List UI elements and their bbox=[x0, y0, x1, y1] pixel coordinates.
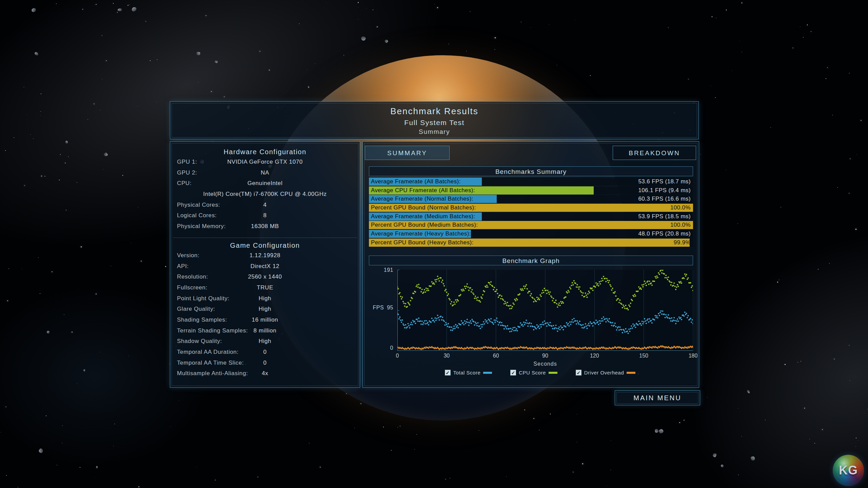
summary-row-value: 100.0% bbox=[670, 204, 691, 212]
config-value: High bbox=[170, 336, 360, 347]
star bbox=[80, 467, 80, 468]
asteroid bbox=[34, 52, 39, 56]
star bbox=[807, 24, 808, 25]
star bbox=[539, 430, 539, 430]
config-row: API:DirectX 12 bbox=[170, 261, 360, 272]
asteroid bbox=[747, 390, 750, 393]
star bbox=[137, 106, 138, 106]
config-row: Fullscreen:TRUE bbox=[170, 282, 360, 293]
star bbox=[531, 27, 531, 28]
config-row: Resolution:868 x 488 bbox=[170, 271, 360, 282]
summary-row: Average Framerate (Heavy Batches):48.0 F… bbox=[369, 230, 693, 238]
star bbox=[41, 176, 42, 177]
star bbox=[809, 439, 810, 440]
star bbox=[495, 37, 495, 38]
config-value: High bbox=[170, 293, 360, 304]
benchmark-screen: Benchmark Results Full System Test Summa… bbox=[0, 0, 868, 488]
tab-breakdown[interactable]: BREAKDOWN bbox=[613, 146, 696, 160]
legend-label: Driver Overhead bbox=[584, 370, 624, 375]
star bbox=[77, 383, 77, 384]
legend-item-total-score: ✓Total Score bbox=[445, 370, 492, 375]
star bbox=[582, 463, 583, 464]
config-row: Intel(R) Core(TM) i7-6700K CPU @ 4.00GHz bbox=[170, 189, 360, 200]
star bbox=[849, 73, 850, 74]
y-axis-label: FPS bbox=[373, 305, 384, 311]
benchmark-results-title: Benchmark Results bbox=[170, 106, 698, 117]
legend-checkbox-total-score[interactable]: ✓ bbox=[445, 370, 451, 375]
asteroid bbox=[384, 39, 389, 44]
star bbox=[450, 478, 450, 479]
star bbox=[40, 111, 41, 112]
star bbox=[343, 55, 344, 56]
y-axis-tick-min: 0 bbox=[369, 345, 393, 351]
star bbox=[557, 65, 557, 65]
star bbox=[779, 280, 780, 280]
asteroid bbox=[713, 453, 717, 458]
star bbox=[259, 51, 260, 52]
star bbox=[100, 352, 100, 352]
star bbox=[309, 443, 309, 443]
star bbox=[24, 87, 24, 87]
benchmark-graph: 191 FPS 95 0 0306090120150180 Seconds ✓T… bbox=[369, 267, 693, 384]
star bbox=[82, 9, 83, 10]
asteroid bbox=[360, 36, 366, 41]
legend-checkbox-driver-overhead[interactable]: ✓ bbox=[576, 370, 581, 375]
star bbox=[684, 420, 684, 421]
star bbox=[811, 31, 811, 32]
legend-item-cpu-score: ✓CPU Score bbox=[510, 370, 557, 375]
star bbox=[549, 24, 549, 25]
config-row: Terrain Shading Samples:8 million bbox=[170, 325, 360, 336]
star bbox=[113, 3, 114, 4]
star bbox=[205, 15, 206, 16]
star bbox=[100, 110, 100, 110]
config-value: Intel(R) Core(TM) i7-6700K CPU @ 4.00GHz bbox=[170, 189, 360, 200]
legend-item-driver-overhead: ✓Driver Overhead bbox=[576, 370, 636, 375]
star bbox=[131, 243, 131, 243]
hardware-config-heading: Hardware Configuration bbox=[170, 147, 360, 157]
star bbox=[198, 82, 198, 82]
star bbox=[827, 67, 828, 68]
star bbox=[530, 49, 531, 49]
config-value: 4x bbox=[170, 368, 360, 379]
star bbox=[792, 47, 793, 48]
x-axis-tick: 60 bbox=[489, 353, 503, 359]
summary-row-value: 48.0 FPS (20.8 ms) bbox=[638, 230, 691, 238]
star bbox=[856, 155, 857, 155]
asteroid bbox=[31, 7, 37, 13]
config-value: 1.12.19928 bbox=[170, 250, 360, 261]
tab-summary[interactable]: SUMMARY bbox=[365, 146, 450, 160]
star bbox=[94, 103, 95, 104]
star bbox=[22, 269, 22, 269]
benchmark-test-name: Full System Test bbox=[170, 119, 698, 127]
config-row: Multisample Anti-Aliasing:4x bbox=[170, 368, 360, 379]
asteroid bbox=[118, 8, 122, 11]
config-row: Logical Cores:8 bbox=[170, 210, 360, 221]
star bbox=[610, 470, 611, 470]
watermark-text: KG bbox=[839, 463, 858, 477]
star bbox=[14, 137, 14, 138]
config-value: GenuineIntel bbox=[170, 178, 360, 189]
star bbox=[354, 428, 355, 428]
config-row: Temporal AA Time Slice:0 bbox=[170, 358, 360, 368]
star bbox=[360, 403, 361, 404]
asteroid bbox=[376, 26, 378, 27]
star bbox=[41, 94, 41, 94]
star bbox=[550, 413, 551, 414]
star bbox=[165, 266, 166, 267]
legend-checkbox-cpu-score[interactable]: ✓ bbox=[510, 370, 516, 375]
star bbox=[668, 27, 669, 28]
star bbox=[145, 21, 146, 22]
summary-row: Percent GPU Bound (Heavy Batches):99.9% bbox=[369, 239, 693, 247]
star bbox=[44, 176, 45, 177]
star bbox=[38, 257, 39, 258]
main-menu-button[interactable]: MAIN MENU bbox=[615, 390, 700, 405]
x-axis-tick: 120 bbox=[588, 353, 601, 359]
config-value: 0 bbox=[170, 358, 360, 368]
star bbox=[855, 229, 856, 230]
star bbox=[315, 63, 315, 64]
star bbox=[710, 86, 711, 86]
star bbox=[449, 44, 449, 44]
star bbox=[65, 163, 65, 163]
star bbox=[856, 438, 856, 438]
y-axis-tick-mid: 95 bbox=[387, 305, 393, 311]
